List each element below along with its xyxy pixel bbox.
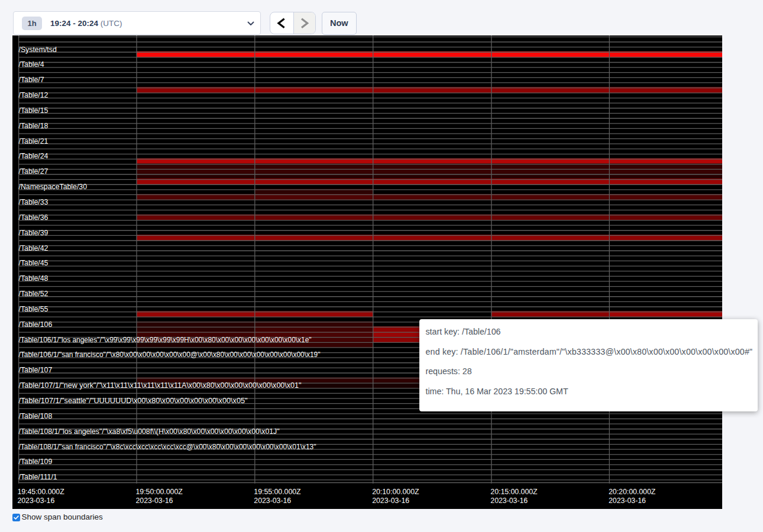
- svg-text:/Table/111/1: /Table/111/1: [19, 473, 57, 481]
- svg-text:20:15:00.000Z: 20:15:00.000Z: [490, 488, 538, 496]
- svg-text:2023-03-16: 2023-03-16: [609, 497, 646, 505]
- svg-text:/Table/4: /Table/4: [19, 60, 44, 69]
- svg-text:/NamespaceTable/30: /NamespaceTable/30: [19, 183, 88, 191]
- svg-text:19:45:00.000Z: 19:45:00.000Z: [17, 488, 64, 496]
- svg-text:/Table/45: /Table/45: [19, 259, 49, 267]
- svg-text:2023-03-16: 2023-03-16: [136, 497, 173, 505]
- svg-text:/Table/7: /Table/7: [19, 76, 44, 84]
- svg-text:/Table/27: /Table/27: [19, 167, 49, 176]
- svg-text:/Table/21: /Table/21: [19, 137, 49, 145]
- svg-text:2023-03-16: 2023-03-16: [372, 497, 409, 505]
- svg-text:/Table/106/1/"los angeles"/"\x: /Table/106/1/"los angeles"/"\x99\x99\x99…: [19, 336, 312, 344]
- svg-text:/Table/33: /Table/33: [19, 198, 49, 206]
- svg-text:/Table/108: /Table/108: [19, 412, 53, 420]
- svg-text:/Table/55: /Table/55: [19, 305, 49, 313]
- svg-text:20:20:00.000Z: 20:20:00.000Z: [609, 488, 656, 496]
- svg-text:/Table/109: /Table/109: [19, 458, 53, 466]
- svg-text:/Table/15: /Table/15: [19, 106, 49, 115]
- svg-text:/Table/18: /Table/18: [19, 122, 49, 130]
- svg-text:/Table/108/1/"san francisco"/": /Table/108/1/"san francisco"/"\x8c\xcc\x…: [19, 443, 316, 451]
- svg-text:20:10:00.000Z: 20:10:00.000Z: [372, 488, 419, 496]
- svg-text:2023-03-16: 2023-03-16: [17, 497, 54, 505]
- svg-text:/Table/108/1/"los angeles"/"\x: /Table/108/1/"los angeles"/"\xa8\xf5\u00…: [19, 427, 280, 436]
- svg-text:/Table/52: /Table/52: [19, 290, 49, 298]
- svg-text:2023-03-16: 2023-03-16: [490, 497, 528, 505]
- svg-text:/Table/106/1/"san francisco"/": /Table/106/1/"san francisco"/"\x80\x00\x…: [19, 351, 321, 359]
- svg-text:/Table/106: /Table/106: [19, 320, 53, 329]
- svg-text:/Table/42: /Table/42: [19, 244, 49, 252]
- svg-text:19:50:00.000Z: 19:50:00.000Z: [136, 488, 183, 496]
- svg-text:19:55:00.000Z: 19:55:00.000Z: [254, 488, 301, 496]
- svg-text:/Table/36: /Table/36: [19, 213, 49, 222]
- svg-text:/Table/107/1/"seattle"/"UUUUUU: /Table/107/1/"seattle"/"UUUUUUD\x00\x80\…: [19, 397, 248, 405]
- svg-text:/Table/107: /Table/107: [19, 366, 53, 374]
- svg-text:/Table/39: /Table/39: [19, 229, 49, 237]
- svg-text:/Table/107/1/"new york"/"\x11\: /Table/107/1/"new york"/"\x11\x11\x11\x1…: [19, 381, 302, 390]
- svg-text:/Table/12: /Table/12: [19, 91, 49, 99]
- svg-text:/Table/48: /Table/48: [19, 274, 49, 283]
- svg-text:/System/tsd: /System/tsd: [19, 46, 57, 54]
- svg-text:/Table/24: /Table/24: [19, 152, 49, 160]
- svg-text:2023-03-16: 2023-03-16: [254, 497, 291, 505]
